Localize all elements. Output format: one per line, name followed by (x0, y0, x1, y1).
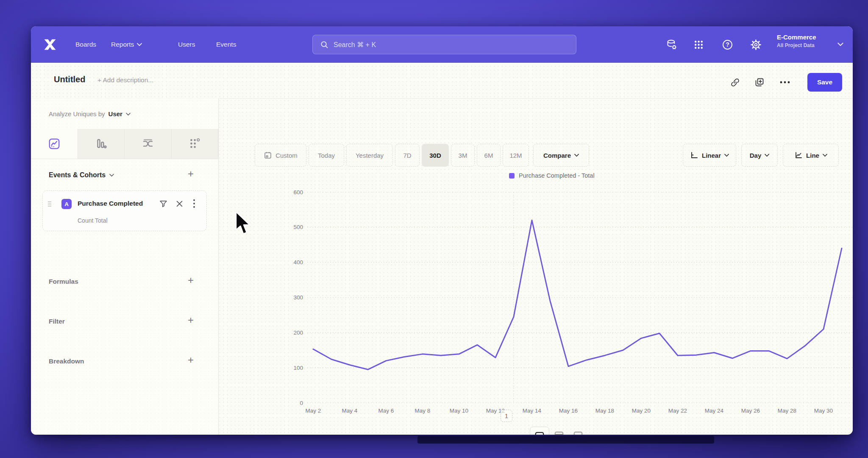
query-builder-sidebar: Analyze Uniques by User Event (31, 98, 219, 435)
search-icon (320, 41, 328, 49)
svg-text:400: 400 (293, 259, 303, 265)
range-12m-button[interactable]: 12M (503, 144, 529, 167)
report-header: Untitled + Add description... Save (31, 63, 853, 99)
duplicate-icon[interactable] (754, 77, 765, 87)
add-description-field[interactable]: + Add description... (97, 76, 153, 84)
insights-tab-icon (48, 137, 61, 150)
svg-text:100: 100 (293, 365, 303, 371)
tab-insights[interactable] (31, 129, 78, 159)
range-3m-button[interactable]: 3M (451, 144, 475, 167)
nav-item-reports[interactable]: Reports (111, 26, 142, 63)
events-cohorts-header[interactable]: Events & Cohorts (49, 171, 114, 179)
range-yesterday-button[interactable]: Yesterday (346, 144, 393, 167)
svg-text:May 24: May 24 (705, 408, 724, 414)
chevron-down-icon (137, 43, 142, 46)
top-panel-toggle[interactable] (550, 427, 568, 435)
chevron-down-icon (765, 154, 769, 157)
range-custom-button[interactable]: Custom (255, 144, 306, 167)
breakdown-label: Breakdown (49, 357, 84, 365)
legend-label: Purchase Completed - Total (519, 172, 595, 179)
app-window: Boards Reports Users Events Search ⌘ + K (31, 26, 853, 435)
linear-scale-icon (690, 151, 698, 159)
analyze-uniques-selector[interactable]: Analyze Uniques by User (49, 110, 131, 117)
date-range-toolbar: Custom Today Yesterday 7D 30D 3M 6M 12M (255, 144, 529, 167)
more-icon[interactable] (779, 81, 790, 84)
svg-text:May 18: May 18 (595, 408, 614, 414)
svg-text:May 14: May 14 (523, 408, 542, 414)
add-formula-button[interactable]: + (188, 274, 194, 286)
page-indicator[interactable]: 1 (501, 410, 512, 422)
mixpanel-logo[interactable] (42, 37, 58, 52)
tab-flows[interactable] (125, 129, 172, 159)
search-placeholder: Search ⌘ + K (334, 41, 376, 49)
report-title[interactable]: Untitled (54, 75, 85, 84)
nav-item-users[interactable]: Users (178, 26, 195, 63)
svg-text:500: 500 (293, 224, 303, 230)
report-type-tabs (31, 129, 218, 159)
svg-text:May 4: May 4 (342, 408, 358, 414)
tab-funnels[interactable] (78, 129, 125, 159)
event-letter-badge: A (61, 199, 72, 209)
nav-item-events[interactable]: Events (216, 26, 236, 63)
calendar-icon (264, 151, 272, 159)
svg-text:May 10: May 10 (450, 408, 468, 414)
funnels-tab-icon (95, 137, 107, 150)
svg-text:May 6: May 6 (378, 408, 394, 414)
chevron-down-icon (574, 154, 579, 157)
top-navbar: Boards Reports Users Events Search ⌘ + K (31, 26, 853, 63)
chart-legend[interactable]: Purchase Completed - Total (509, 172, 595, 179)
line-chart-icon (794, 151, 803, 159)
apps-grid-icon[interactable] (693, 39, 704, 50)
retention-tab-icon (188, 137, 201, 150)
dock-shadow-bar (417, 436, 714, 444)
save-button[interactable]: Save (807, 73, 842, 92)
svg-text:May 28: May 28 (778, 408, 796, 414)
filter-funnel-icon[interactable] (159, 199, 168, 208)
kebab-icon[interactable] (193, 199, 195, 208)
add-breakdown-button[interactable]: + (188, 354, 194, 366)
scale-selector-button[interactable]: Linear (683, 144, 736, 167)
event-name[interactable]: Purchase Completed (78, 200, 143, 207)
svg-text:May 26: May 26 (741, 408, 760, 414)
chart-panel: Custom Today Yesterday 7D 30D 3M 6M 12M … (218, 98, 853, 435)
top-panel-icon (554, 430, 565, 435)
add-filter-button[interactable]: + (188, 314, 194, 326)
chevron-down-icon (724, 154, 729, 157)
drag-handle-icon[interactable] (47, 201, 52, 207)
remove-icon[interactable] (176, 200, 183, 207)
svg-text:May 22: May 22 (668, 408, 687, 414)
search-input[interactable]: Search ⌘ + K (312, 35, 576, 54)
range-today-button[interactable]: Today (309, 144, 344, 167)
tab-retention[interactable] (172, 129, 219, 159)
range-6m-button[interactable]: 6M (477, 144, 501, 167)
bottom-panel-toggle[interactable] (569, 427, 587, 435)
svg-text:May 16: May 16 (559, 408, 578, 414)
interval-selector-button[interactable]: Day (741, 144, 778, 167)
svg-text:300: 300 (293, 294, 303, 301)
flows-tab-icon (141, 137, 155, 150)
event-aggregation[interactable]: Count Total (78, 217, 108, 224)
chevron-down-icon (109, 173, 114, 177)
link-icon[interactable] (730, 78, 740, 87)
filter-label: Filter (49, 318, 65, 325)
chart-type-selector-button[interactable]: Line (783, 144, 839, 167)
range-30d-button[interactable]: 30D (422, 144, 449, 167)
svg-text:600: 600 (293, 189, 303, 195)
help-icon[interactable]: ? (722, 39, 733, 50)
add-event-button[interactable]: + (188, 168, 194, 180)
data-management-icon[interactable] (666, 39, 677, 50)
compare-button[interactable]: Compare (533, 144, 589, 167)
svg-text:May 30: May 30 (814, 408, 833, 414)
svg-text:May 8: May 8 (415, 408, 431, 414)
event-card[interactable]: A Purchase Completed Count Total (42, 190, 207, 231)
split-view-toggle[interactable] (530, 427, 549, 435)
svg-text:200: 200 (293, 330, 303, 336)
formulas-label: Formulas (49, 278, 78, 285)
settings-icon[interactable] (750, 39, 762, 50)
chevron-down-icon (126, 112, 131, 116)
range-7d-button[interactable]: 7D (395, 144, 420, 167)
nav-item-boards[interactable]: Boards (75, 26, 96, 63)
svg-text:0: 0 (300, 400, 303, 406)
line-chart-plot[interactable]: 0100200300400500600May 2May 4May 6May 8M… (281, 187, 853, 414)
project-name: E-Commerce (777, 34, 852, 41)
